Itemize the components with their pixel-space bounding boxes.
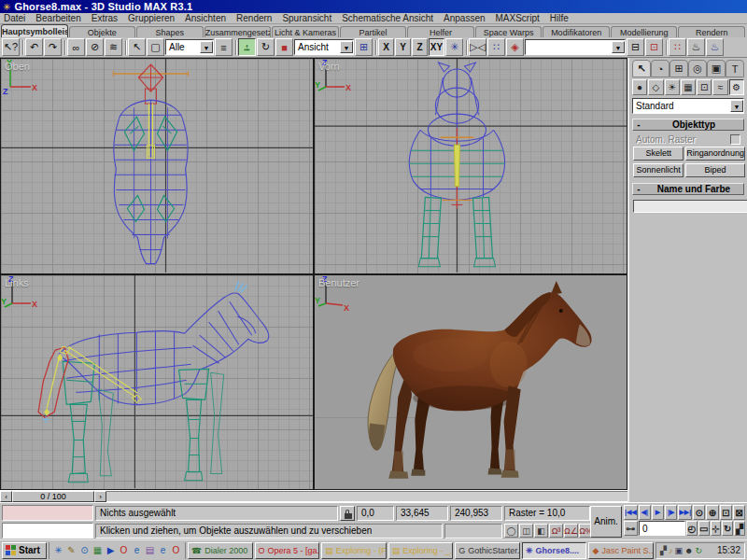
time-config-icon[interactable]: ◴: [686, 521, 698, 536]
tab-space-warps[interactable]: Space Warps: [475, 26, 543, 37]
select-by-name-icon[interactable]: ≡: [215, 38, 233, 56]
menu-item[interactable]: Spuransicht: [282, 13, 331, 23]
select-move-icon[interactable]: ↔: [238, 38, 256, 56]
quick-render-icon[interactable]: ♨: [706, 38, 724, 56]
task-dialer[interactable]: ☎ Dialer 2000: [188, 542, 253, 559]
shapes-category-icon[interactable]: ◇: [648, 79, 663, 95]
menu-item[interactable]: Anpassen: [444, 13, 485, 23]
tab-objekte[interactable]: Objekte: [69, 26, 136, 37]
mirror-icon[interactable]: ▷◁: [469, 38, 486, 56]
viewport-label[interactable]: Oben: [5, 61, 30, 72]
zoom-all-icon[interactable]: ⊕: [706, 505, 718, 520]
track-view-icon[interactable]: ⊟: [627, 38, 644, 56]
scale-icon[interactable]: ■: [275, 38, 293, 56]
task-gothicstarter[interactable]: G GothicStarter...: [455, 542, 520, 559]
display-tab[interactable]: ▣: [707, 60, 726, 77]
ql-messenger-icon[interactable]: ✳: [52, 545, 64, 555]
menu-item[interactable]: Gruppieren: [128, 13, 175, 23]
undo-icon[interactable]: ↶: [25, 38, 43, 56]
dropdown-arrow-icon[interactable]: ▼: [730, 100, 743, 112]
hierarchy-tab[interactable]: ⊞: [669, 60, 688, 77]
objekttyp-rollout-header[interactable]: - Objekttyp: [632, 119, 744, 131]
object-subtype-dropdown[interactable]: Standard▼: [632, 98, 744, 114]
title-bar[interactable]: ✳ Ghorse8.max - 3D Studio MAX R3.1: [0, 0, 747, 13]
viewport-user[interactable]: Benutzer: [315, 275, 627, 490]
axis-y-button[interactable]: Y: [395, 38, 411, 56]
arc-rotate-icon[interactable]: ↻: [722, 521, 733, 536]
ik-toggle-icon[interactable]: ✳: [445, 38, 463, 56]
axis-x-button[interactable]: X: [378, 38, 394, 56]
name-farbe-rollout-header[interactable]: - Name und Farbe: [632, 183, 744, 195]
render-type-icon[interactable]: ◯: [504, 524, 518, 538]
coordinate-y-display[interactable]: 33,645: [396, 506, 448, 521]
ringanordnung-button[interactable]: Ringanordnung: [685, 147, 745, 161]
collapse-icon[interactable]: -: [633, 119, 644, 130]
ql-ie2-icon[interactable]: e: [157, 545, 169, 555]
named-selection-dropdown[interactable]: ▼: [525, 39, 626, 55]
task-opera[interactable]: O Opera 5 - [ga..: [255, 542, 320, 559]
create-tab[interactable]: ↖: [632, 60, 651, 77]
volume-snap-icon[interactable]: ◧: [534, 524, 548, 538]
tab-helfer[interactable]: Helfer: [407, 26, 474, 37]
task-jasc-paint[interactable]: ◆ Jasc Paint S...: [588, 542, 654, 559]
selection-filter-dropdown[interactable]: Alle▼: [165, 39, 214, 55]
geometry-category-icon[interactable]: ●: [632, 79, 647, 95]
time-slider-next-button[interactable]: ›: [94, 491, 106, 502]
zoom-extents-all-icon[interactable]: ⊠: [733, 505, 745, 520]
material-editor-icon[interactable]: ∷: [669, 38, 686, 56]
axis-xy-button[interactable]: XY: [429, 38, 444, 56]
tab-zusammengesetzt[interactable]: Zusammengesetzt: [204, 26, 272, 37]
maxscript-listener-input[interactable]: [2, 523, 93, 539]
menu-item[interactable]: MAXScript: [496, 13, 540, 23]
object-name-input[interactable]: [633, 200, 747, 213]
use-center-icon[interactable]: ⊞: [355, 38, 373, 56]
dropdown-arrow-icon[interactable]: ▼: [340, 41, 353, 53]
maxscript-mini-listener[interactable]: [2, 505, 93, 521]
tab-licht-kameras[interactable]: Licht & Kameras: [272, 26, 339, 37]
time-slider-track[interactable]: [106, 491, 627, 502]
ql-media-player-icon[interactable]: ▶: [105, 545, 117, 555]
task-explorer-2[interactable]: ▤ Exploring - _...: [388, 542, 454, 559]
tab-modifikatoren[interactable]: Modifikatoren: [543, 26, 610, 37]
menu-item[interactable]: Extras: [92, 13, 118, 23]
go-end-button[interactable]: ▶▶|: [678, 505, 692, 520]
rotate-icon[interactable]: ↻: [257, 38, 275, 56]
axis-z-button[interactable]: Z: [412, 38, 428, 56]
dropdown-arrow-icon[interactable]: ▼: [612, 41, 625, 53]
spacewarps-category-icon[interactable]: ≈: [712, 79, 727, 95]
bind-spacewarp-icon[interactable]: ≋: [105, 38, 122, 56]
selection-region-icon[interactable]: ◫: [519, 524, 533, 538]
viewport-front[interactable]: Vorn: [315, 59, 627, 273]
autogrid-checkbox[interactable]: [730, 134, 740, 145]
sonnenlicht-button[interactable]: Sonnenlicht: [633, 163, 684, 177]
viewport-label[interactable]: Links: [5, 277, 29, 288]
start-button[interactable]: Start: [2, 542, 47, 559]
next-frame-button[interactable]: |▶: [665, 505, 677, 520]
tray-user-icon[interactable]: ☻: [684, 546, 693, 555]
menu-item[interactable]: Hilfe: [550, 13, 569, 23]
coordinate-z-display[interactable]: 240,953: [450, 506, 502, 521]
ql-opera-icon[interactable]: O: [118, 545, 130, 555]
render-scene-icon[interactable]: ♨: [687, 38, 705, 56]
menu-item[interactable]: Ansichten: [185, 13, 226, 23]
collapse-icon[interactable]: -: [633, 184, 644, 194]
selection-lock-toggle[interactable]: [340, 506, 355, 521]
redo-icon[interactable]: ↷: [44, 38, 62, 56]
tab-partikel[interactable]: Partikel: [340, 26, 407, 37]
tab-shapes[interactable]: Shapes: [136, 26, 204, 37]
ql-ie-icon[interactable]: e: [131, 545, 143, 555]
animate-button[interactable]: Anim.: [590, 506, 622, 538]
ql-search-icon[interactable]: ⊙: [78, 545, 91, 555]
cameras-category-icon[interactable]: ▦: [681, 79, 696, 95]
tray-volume-icon[interactable]: ♪: [669, 546, 673, 555]
helpers-category-icon[interactable]: ⊡: [697, 79, 712, 95]
viewport-top[interactable]: Oben: [1, 59, 313, 273]
modify-tab[interactable]: ◔: [651, 60, 669, 77]
tab-modellierung[interactable]: Modellierung: [611, 26, 678, 37]
time-slider-prev-button[interactable]: ‹: [0, 491, 12, 502]
play-button[interactable]: ▶: [652, 505, 664, 520]
task-explorer-f[interactable]: ▤ Exploring - (F:]: [321, 542, 387, 559]
systems-category-icon[interactable]: ⚙: [729, 79, 744, 95]
snap-3d-icon[interactable]: Ω³: [549, 524, 563, 538]
menu-item[interactable]: Datei: [4, 13, 25, 23]
